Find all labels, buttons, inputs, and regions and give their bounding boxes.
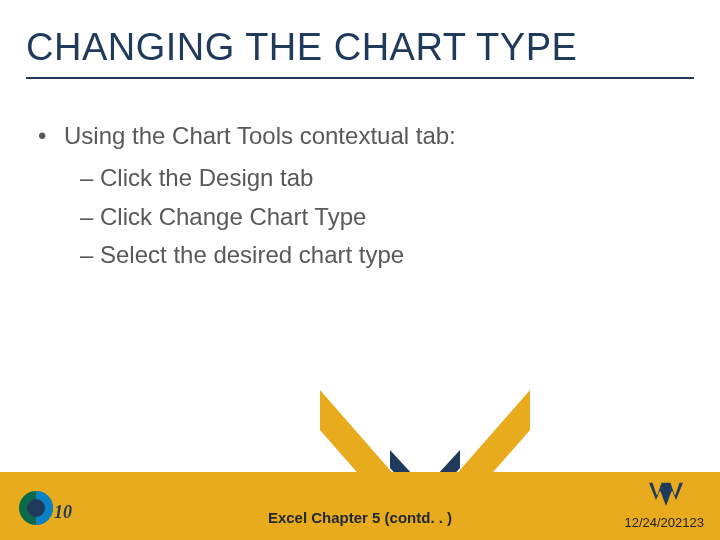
footer-date: 12/24/202123 — [624, 515, 704, 530]
sub-bullet-item: – Select the desired chart type — [80, 239, 684, 271]
page-number: 23 — [690, 515, 704, 530]
wv-logo-icon — [646, 480, 686, 510]
footer-band: 101 Excel Chapter 5 (contd. . ) 12/24/20… — [0, 472, 720, 540]
date-text: 12/24/2021 — [624, 515, 689, 530]
sub-bullet-item: – Click Change Chart Type — [80, 201, 684, 233]
slide: CHANGING THE CHART TYPE • Using the Char… — [0, 0, 720, 540]
footer-chapter-label: Excel Chapter 5 (contd. . ) — [0, 509, 720, 526]
slide-title: CHANGING THE CHART TYPE — [26, 26, 694, 79]
bullet-text: Using the Chart Tools contextual tab: — [64, 120, 684, 152]
bullet-dot-icon: • — [36, 120, 64, 152]
slide-body: • Using the Chart Tools contextual tab: … — [36, 120, 684, 278]
sub-bullet-list: – Click the Design tab – Click Change Ch… — [80, 162, 684, 271]
sub-bullet-item: – Click the Design tab — [80, 162, 684, 194]
bullet-level1: • Using the Chart Tools contextual tab: — [36, 120, 684, 152]
